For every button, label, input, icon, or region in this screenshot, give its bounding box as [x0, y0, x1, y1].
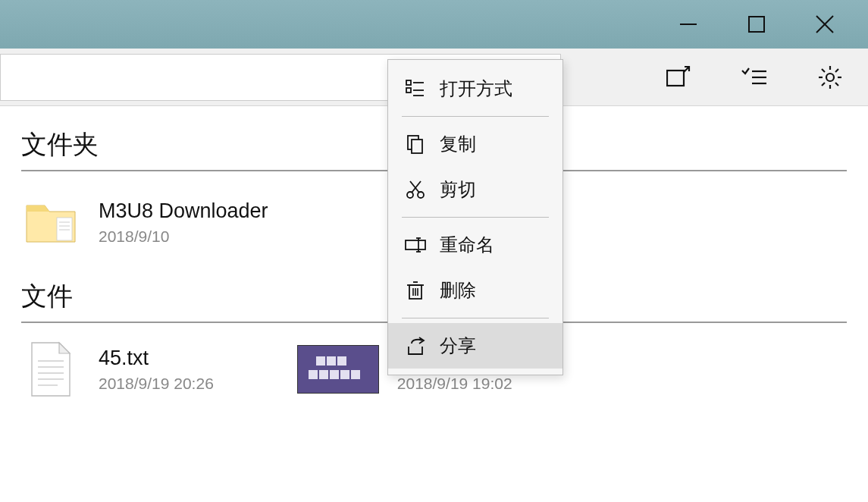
svg-rect-28: [406, 88, 411, 93]
menu-label: 打开方式: [440, 77, 512, 101]
menu-delete[interactable]: 删除: [388, 268, 562, 313]
folder-date: 2018/9/10: [99, 227, 268, 246]
menu-separator: [402, 116, 549, 117]
close-button[interactable]: [791, 0, 859, 49]
svg-line-16: [822, 83, 825, 86]
svg-rect-4: [667, 71, 684, 86]
maximize-button[interactable]: [722, 0, 791, 49]
video-thumbnail: [297, 345, 379, 394]
text-file-icon: [21, 340, 80, 399]
svg-line-35: [412, 181, 421, 193]
maximize-icon: [748, 16, 765, 33]
svg-line-36: [410, 181, 419, 193]
svg-line-15: [835, 69, 838, 72]
svg-line-13: [822, 69, 825, 72]
svg-rect-32: [412, 140, 422, 153]
menu-label: 删除: [440, 278, 476, 303]
folder-icon: [21, 193, 80, 252]
menu-label: 剪切: [440, 177, 476, 202]
trash-icon: [405, 280, 426, 301]
select-button[interactable]: [716, 49, 792, 106]
svg-point-8: [826, 74, 834, 81]
gear-icon: [818, 65, 842, 89]
minimize-button[interactable]: [654, 0, 722, 49]
settings-button[interactable]: [792, 49, 868, 106]
menu-copy[interactable]: 复制: [388, 121, 562, 167]
menu-separator: [402, 318, 549, 318]
minimize-icon: [679, 15, 697, 33]
window-titlebar: [0, 0, 868, 49]
menu-separator: [402, 217, 549, 218]
close-icon: [815, 14, 835, 34]
svg-rect-26: [406, 80, 411, 85]
new-window-button[interactable]: [641, 49, 716, 106]
file-date: 2018/9/19 19:02: [397, 375, 512, 393]
menu-open-with[interactable]: 打开方式: [388, 66, 562, 111]
file-item[interactable]: 45.txt 2018/9/19 20:26: [21, 340, 214, 399]
menu-share[interactable]: 分享: [388, 323, 562, 369]
menu-cut[interactable]: 剪切: [388, 167, 562, 212]
rename-icon: [405, 234, 426, 256]
svg-rect-37: [406, 240, 425, 249]
copy-icon: [405, 133, 426, 155]
cut-icon: [405, 179, 426, 200]
svg-line-14: [835, 83, 838, 86]
menu-label: 重命名: [440, 233, 494, 257]
checklist-icon: [741, 67, 767, 88]
file-name: 45.txt: [99, 347, 214, 370]
open-with-icon: [405, 78, 426, 99]
folder-name: M3U8 Downloader: [99, 199, 268, 223]
svg-rect-17: [57, 218, 72, 240]
menu-rename[interactable]: 重命名: [388, 222, 562, 268]
svg-rect-1: [749, 17, 764, 32]
file-date: 2018/9/19 20:26: [99, 375, 214, 393]
new-window-icon: [666, 66, 691, 89]
share-icon: [405, 335, 426, 356]
context-menu: 打开方式 复制 剪切 重命名 删除 分享: [387, 59, 563, 375]
menu-label: 分享: [440, 334, 476, 358]
menu-label: 复制: [440, 132, 476, 156]
